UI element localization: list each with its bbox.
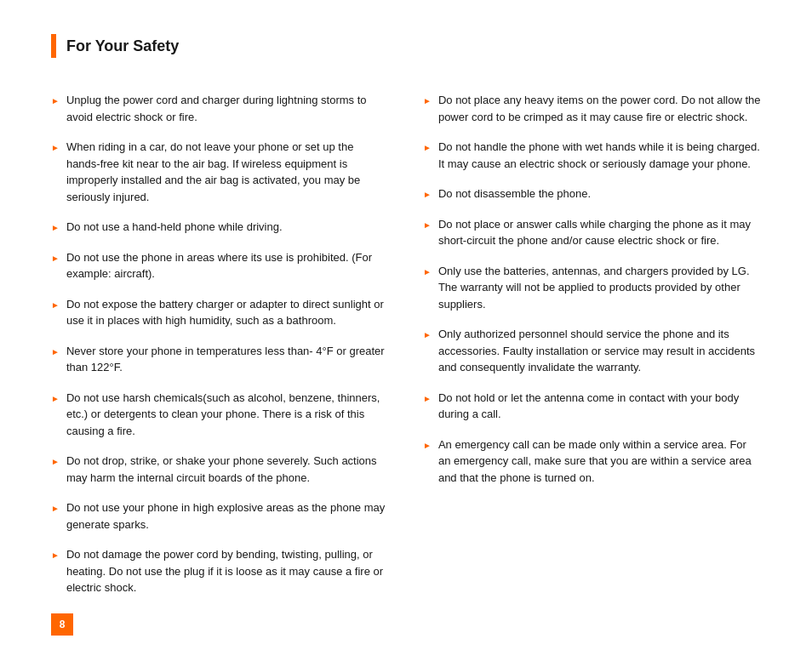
bullet-text: An emergency call can be made only withi… <box>438 436 761 487</box>
bullet-arrow-icon: ► <box>51 392 60 405</box>
bullet-arrow-icon: ► <box>51 94 60 107</box>
list-item: ► Do not use the phone in areas where it… <box>51 249 389 282</box>
bullet-arrow-icon: ► <box>51 549 60 562</box>
bullet-text: Do not place any heavy items on the powe… <box>438 92 761 125</box>
bullet-text: Unplug the power cord and charger during… <box>66 92 389 125</box>
list-item: ► Only use the batteries, antennas, and … <box>423 263 761 313</box>
bullet-text: Do not damage the power cord by bending,… <box>66 546 389 596</box>
page-container: For Your Safety ► Unplug the power cord … <box>0 0 812 650</box>
page-number: 8 <box>51 613 73 636</box>
list-item: ► Never store your phone in temperatures… <box>51 343 389 376</box>
list-item: ► Do not place any heavy items on the po… <box>423 92 761 125</box>
bullet-arrow-icon: ► <box>51 455 60 468</box>
bullet-arrow-icon: ► <box>423 94 432 107</box>
list-item: ► Do not use a hand-held phone while dri… <box>51 219 389 236</box>
bullet-text: When riding in a car, do not leave your … <box>66 139 389 205</box>
bullet-text: Only authorized personnel should service… <box>438 326 761 376</box>
bullet-text: Do not use the phone in areas where its … <box>66 249 389 282</box>
bullet-text: Do not hold or let the antenna come in c… <box>438 390 761 423</box>
bullet-text: Do not handle the phone with wet hands w… <box>438 139 761 172</box>
list-item: ► Only authorized personnel should servi… <box>423 326 761 376</box>
bullet-arrow-icon: ► <box>51 141 60 154</box>
bullet-arrow-icon: ► <box>51 345 60 358</box>
page-title: For Your Safety <box>66 37 179 55</box>
list-item: ► Do not damage the power cord by bendin… <box>51 546 389 596</box>
bullet-arrow-icon: ► <box>423 188 432 201</box>
right-column: ► Do not place any heavy items on the po… <box>423 92 761 610</box>
bullet-text: Do not use your phone in high explosive … <box>66 499 389 533</box>
list-item: ► Do not handle the phone with wet hands… <box>423 139 761 172</box>
bullet-arrow-icon: ► <box>423 265 432 278</box>
bullet-arrow-icon: ► <box>51 502 60 515</box>
bullet-arrow-icon: ► <box>51 221 60 234</box>
list-item: ► Do not use harsh chemicals(such as alc… <box>51 390 389 440</box>
bullet-text: Do not disassemble the phone. <box>438 185 591 202</box>
bullet-arrow-icon: ► <box>51 252 60 265</box>
bullet-arrow-icon: ► <box>423 328 432 341</box>
bullet-arrow-icon: ► <box>423 219 432 231</box>
content-columns: ► Unplug the power cord and charger duri… <box>51 92 761 610</box>
bullet-text: Do not place or answer calls while charg… <box>438 216 761 249</box>
page-header: For Your Safety <box>51 34 761 58</box>
bullet-text: Do not expose the battery charger or ada… <box>66 296 389 329</box>
bullet-arrow-icon: ► <box>423 439 432 452</box>
left-bullet-list: ► Unplug the power cord and charger duri… <box>51 92 389 596</box>
list-item: ► Do not drop, strike, or shake your pho… <box>51 453 389 486</box>
bullet-text: Do not use a hand-held phone while drivi… <box>66 219 283 236</box>
bullet-text: Only use the batteries, antennas, and ch… <box>438 263 761 313</box>
right-bullet-list: ► Do not place any heavy items on the po… <box>423 92 761 486</box>
list-item: ► Do not place or answer calls while cha… <box>423 216 761 249</box>
list-item: ► An emergency call can be made only wit… <box>423 436 761 487</box>
bullet-arrow-icon: ► <box>51 299 60 311</box>
left-column: ► Unplug the power cord and charger duri… <box>51 92 389 610</box>
bullet-arrow-icon: ► <box>423 141 432 154</box>
header-accent-bar <box>51 34 56 58</box>
list-item: ► Unplug the power cord and charger duri… <box>51 92 389 125</box>
list-item: ► Do not disassemble the phone. <box>423 185 761 202</box>
list-item: ► When riding in a car, do not leave you… <box>51 139 389 205</box>
bullet-text: Never store your phone in temperatures l… <box>66 343 389 376</box>
bullet-text: Do not drop, strike, or shake your phone… <box>66 453 389 486</box>
list-item: ► Do not hold or let the antenna come in… <box>423 390 761 423</box>
bullet-arrow-icon: ► <box>423 392 432 405</box>
bullet-text: Do not use harsh chemicals(such as alcoh… <box>66 390 389 440</box>
list-item: ► Do not expose the battery charger or a… <box>51 296 389 329</box>
list-item: ► Do not use your phone in high explosiv… <box>51 499 389 533</box>
